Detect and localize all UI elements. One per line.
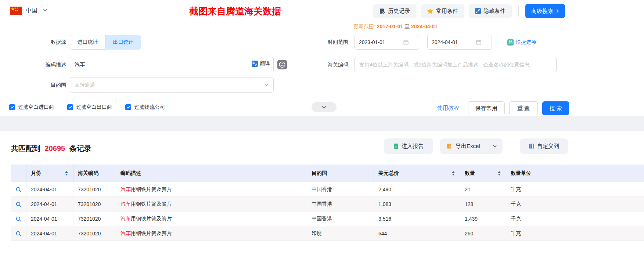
code-desc-label: 编码描述 <box>37 62 66 68</box>
save-common-button[interactable]: 保存常用 <box>468 101 505 115</box>
enter-report-button[interactable]: 进入报告 <box>384 138 433 154</box>
cell-unit: 千克 <box>506 212 644 226</box>
advanced-search-button[interactable]: 高级搜索 <box>525 4 565 18</box>
header-month: 月份 <box>26 165 73 182</box>
checkbox-checked-icon[interactable] <box>9 104 15 110</box>
date-from-input[interactable] <box>355 35 419 50</box>
checkbox-checked-icon[interactable] <box>125 104 131 110</box>
chevron-down-icon <box>321 105 327 110</box>
tab-import-stats[interactable]: 进口统计 <box>70 35 105 50</box>
search-icon[interactable] <box>15 187 22 193</box>
export-excel-label: 导出Excel <box>456 143 480 150</box>
favorites-label: 常用条件 <box>436 8 458 15</box>
table-row: 2024-04-01 73201020 汽车用钢铁片簧及簧片 中国香港 2,49… <box>11 182 644 197</box>
header-unit: 数量单位 <box>506 165 644 182</box>
svg-text:⌘: ⌘ <box>508 40 513 45</box>
results-count: 20695 <box>43 144 68 152</box>
date-from-value[interactable] <box>359 39 403 45</box>
header-country: 目的国 <box>307 165 374 182</box>
sort-month[interactable] <box>65 171 68 176</box>
tutorial-link[interactable]: 使用教程 <box>437 105 459 112</box>
filter-blank-exporter[interactable]: 过滤空白出口商 <box>67 104 112 111</box>
hs-code-input[interactable] <box>355 57 557 72</box>
collapse-icon <box>475 8 481 14</box>
translate-icon: A <box>252 61 258 67</box>
date-to-value[interactable] <box>432 39 476 45</box>
custom-columns-label: 自定义列 <box>537 143 559 150</box>
filter-blank-importer[interactable]: 过滤空白进口商 <box>9 104 54 111</box>
report-icon <box>393 143 399 149</box>
header-desc-label: 编码描述 <box>120 170 141 177</box>
translate-button[interactable]: A 翻译 <box>252 60 270 67</box>
search-button[interactable]: 搜 索 <box>542 101 569 115</box>
cell-month: 2024-04-01 <box>26 226 73 241</box>
collapse-form-button[interactable] <box>312 102 337 112</box>
cell-month: 2024-04-01 <box>26 212 73 226</box>
row-detail-cell <box>11 212 26 226</box>
cell-usd: 2,490 <box>374 182 460 197</box>
results-section: 共匹配到 20695 条记录 进入报告 导出Excel 自定义列 月份 <box>0 131 644 253</box>
cell-hs-code: 73201020 <box>73 197 116 212</box>
cell-qty: 1,439 <box>460 212 506 226</box>
chevron-right-icon <box>556 9 559 13</box>
update-range-to-word: 至 <box>404 24 410 29</box>
country-selector[interactable]: 中国 <box>26 7 47 15</box>
topbar-actions: 历史记录 常用条件 隐藏条件 高级搜索 <box>373 4 565 18</box>
tab-export-stats[interactable]: 出口统计 <box>105 35 141 50</box>
summary-suffix: 条记录 <box>69 144 91 152</box>
cell-hs-code: 73201020 <box>73 226 116 241</box>
date-range-separator: – <box>421 41 424 47</box>
star-icon <box>427 8 433 14</box>
history-label: 历史记录 <box>388 8 410 15</box>
row-detail-cell <box>11 197 26 212</box>
filter-logistics[interactable]: 过滤物流公司 <box>125 104 165 111</box>
header-qty-label: 数量 <box>465 170 475 177</box>
command-icon: ⌘ <box>507 39 514 46</box>
calendar-icon[interactable] <box>476 39 482 45</box>
hide-conditions-button[interactable]: 隐藏条件 <box>469 4 512 18</box>
swap-icon[interactable] <box>277 60 287 69</box>
advanced-search-label: 高级搜索 <box>531 8 553 15</box>
quick-options-button[interactable]: ⌘ 快捷选项 <box>507 39 536 46</box>
favorites-button[interactable]: 常用条件 <box>421 4 464 18</box>
custom-columns-button[interactable]: 自定义列 <box>520 138 568 154</box>
date-to-input[interactable] <box>427 35 492 50</box>
desc-keyword-highlight: 汽车 <box>120 201 131 207</box>
row-detail-cell <box>11 226 26 241</box>
calendar-icon[interactable] <box>403 39 409 45</box>
enter-report-label: 进入报告 <box>402 143 424 150</box>
table-header: 月份 海关编码 编码描述 目的国 美元总价 数量 数量单位 <box>11 165 644 182</box>
header-hs-code: 海关编码 <box>73 165 116 182</box>
desc-rest: 用钢铁片簧及簧片 <box>131 186 172 193</box>
history-button[interactable]: 历史记录 <box>373 4 416 18</box>
export-options-dropdown[interactable] <box>487 138 503 154</box>
time-range-label: 时间范围 <box>319 39 348 46</box>
cell-desc: 汽车用钢铁片簧及簧片 <box>116 182 307 197</box>
cell-month: 2024-04-01 <box>26 182 73 197</box>
header-hs-code-label: 海关编码 <box>78 170 98 177</box>
export-icon <box>447 143 453 149</box>
sort-qty[interactable] <box>498 171 501 176</box>
export-excel-button[interactable]: 导出Excel <box>440 138 487 154</box>
search-icon[interactable] <box>15 201 22 207</box>
header-detail-col <box>11 165 26 182</box>
topbar-divider <box>518 6 519 16</box>
dest-country-select[interactable]: 支持多选 <box>70 77 274 93</box>
table-row: 2024-04-01 73201020 汽车用钢铁片簧及簧片 中国香港 1,08… <box>11 197 644 212</box>
quick-options-label: 快捷选项 <box>516 39 536 46</box>
search-icon[interactable] <box>15 231 22 237</box>
update-range: 更新范围: 2017-01-01 至 2024-04-01 <box>353 24 438 30</box>
data-source-tabs: 进口统计 出口统计 <box>70 35 141 50</box>
search-icon[interactable] <box>15 216 22 222</box>
checkbox-checked-icon[interactable] <box>67 104 73 110</box>
reset-button[interactable]: 重 置 <box>509 101 538 115</box>
header-unit-label: 数量单位 <box>511 170 531 177</box>
cell-usd: 644 <box>374 226 460 241</box>
china-flag-icon: ★ ★★★★ <box>10 7 22 15</box>
code-desc-input[interactable] <box>70 57 274 72</box>
filter-label: 过滤物流公司 <box>134 104 165 111</box>
cell-hs-code: 73201020 <box>73 182 116 197</box>
cell-hs-code: 73201020 <box>73 212 116 226</box>
translate-label: 翻译 <box>260 60 270 67</box>
sort-usd[interactable] <box>452 171 455 176</box>
